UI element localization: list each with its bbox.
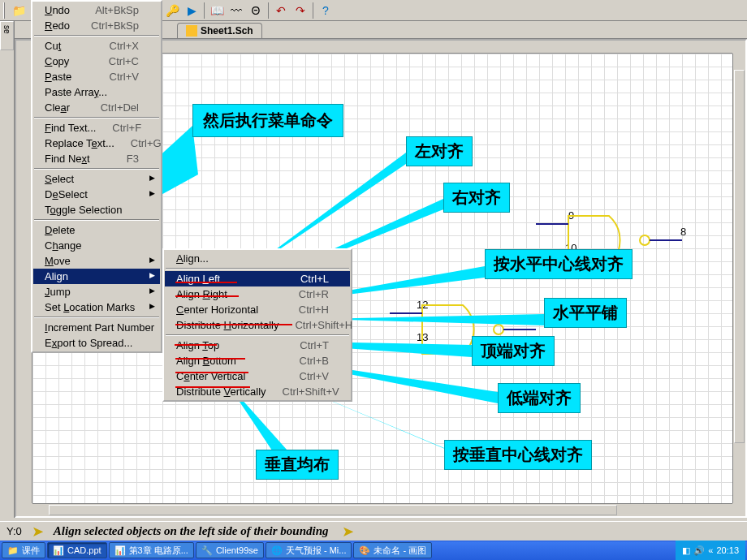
menu-delete[interactable]: Delete (33, 222, 160, 238)
tab-label: Sheet1.Sch (201, 25, 253, 37)
tb-key-icon[interactable]: 🔑 (163, 2, 181, 19)
menu-toggle[interactable]: Toggle Selection (33, 202, 160, 218)
callout-center-h: 按水平中心线对齐 (485, 249, 633, 279)
menu-setloc[interactable]: Set Location Marks (33, 299, 160, 315)
menu-change[interactable]: Change (33, 238, 160, 253)
callout-right: 右对齐 (443, 183, 510, 213)
menu-increment[interactable]: Increment Part Number (33, 320, 160, 335)
menu-find-next[interactable]: Find NextF3 (33, 151, 160, 166)
submenu-center-v[interactable]: Center VerticalCtrl+V (165, 368, 350, 384)
task-btn-4[interactable]: 🌐 天气预报 - Mi... (266, 542, 352, 558)
menu-clear[interactable]: ClearCtrl+Del (33, 100, 160, 115)
callout-dist-h: 水平平铺 (544, 298, 627, 328)
task-btn-3[interactable]: 🔧 Client99se (196, 542, 264, 558)
callout-center-v: 按垂直中心线对齐 (444, 440, 592, 470)
edit-menu: UndoAlt+BkSp RedoCtrl+BkSp CutCtrl+X Cop… (31, 0, 162, 353)
menu-paste[interactable]: PasteCtrl+V (33, 69, 160, 84)
callout-left: 左对齐 (406, 136, 473, 166)
menu-replace[interactable]: Replace Text...Ctrl+G (33, 136, 160, 151)
tab-sheet1[interactable]: Sheet1.Sch (177, 23, 262, 38)
left-panel-tab[interactable]: se (0, 21, 14, 50)
tb-folder-icon[interactable]: 📁 (10, 2, 28, 19)
tb-undo-icon[interactable]: ↶ (272, 2, 290, 19)
submenu-center-h[interactable]: Center HorizontalCtrl+H (165, 302, 350, 317)
menu-redo[interactable]: RedoCtrl+BkSp (33, 18, 160, 33)
callout-dist-v: 垂直均布 (256, 450, 339, 480)
svg-point-4 (494, 325, 503, 334)
menu-move[interactable]: Move (33, 253, 160, 269)
tb-help-icon[interactable]: ? (317, 2, 335, 19)
tb-play-icon[interactable]: ▶ (183, 2, 201, 19)
tray-icon[interactable]: « (708, 545, 713, 555)
submenu-align-bottom[interactable]: Align BottomCtrl+B (165, 353, 350, 368)
tray-clock[interactable]: 20:13 (716, 545, 739, 555)
task-btn-5[interactable]: 🎨 未命名 - 画图 (353, 542, 432, 558)
menu-find[interactable]: Find Text...Ctrl+F (33, 120, 160, 136)
tb-book-icon[interactable]: 📖 (208, 2, 226, 19)
menu-copy[interactable]: CopyCtrl+C (33, 54, 160, 69)
callout-bottom: 低端对齐 (498, 383, 581, 413)
left-panel: se (0, 21, 15, 518)
tb-theta-icon[interactable]: Θ (247, 2, 265, 19)
svg-point-0 (640, 235, 650, 245)
menu-cut[interactable]: CutCtrl+X (33, 38, 160, 54)
tb-redo-icon[interactable]: ↷ (291, 2, 309, 19)
status-bar: Y:0 ➤ Align selected objects on the left… (0, 521, 747, 541)
task-btn-2[interactable]: 📊 第3章 电路原... (109, 542, 194, 558)
pin-label: 13 (417, 331, 428, 343)
status-arrow-icon: ➤ (342, 523, 354, 541)
submenu-align-left[interactable]: Align LeftCtrl+L (165, 271, 350, 286)
pin-label: 9 (568, 209, 574, 222)
menu-deselect[interactable]: DeSelect (33, 187, 160, 202)
menu-export[interactable]: Export to Spread... (33, 335, 160, 351)
menu-undo[interactable]: UndoAlt+BkSp (33, 2, 160, 18)
task-btn-1[interactable]: 📊 CAD.ppt (47, 542, 107, 558)
status-arrow-icon: ➤ (32, 523, 44, 541)
scroll-thumb-v[interactable] (734, 70, 745, 443)
pin-label: 11 (526, 315, 538, 327)
sheet-icon (186, 25, 197, 37)
menu-paste-array[interactable]: Paste Array... (33, 84, 160, 100)
scrollbar-horizontal[interactable] (32, 503, 732, 516)
tray-icon[interactable]: ◧ (682, 545, 690, 556)
tray-icon[interactable]: 🔊 (693, 545, 705, 556)
ruler-vertical (16, 54, 32, 503)
status-hint: Align selected objects on the left side … (54, 524, 329, 538)
scrollbar-vertical[interactable] (732, 54, 745, 503)
scroll-thumb-h[interactable] (49, 505, 617, 515)
menu-align[interactable]: Align (33, 269, 160, 284)
tb-wave-icon[interactable]: 〰 (227, 2, 245, 19)
submenu-align[interactable]: Align... (165, 251, 350, 266)
submenu-align-right[interactable]: Align RightCtrl+R (165, 286, 350, 302)
task-btn-0[interactable]: 📁 课件 (2, 542, 45, 558)
pin-label: 12 (417, 299, 428, 311)
callout-cmd: 然后执行菜单命令 (192, 104, 343, 137)
pin-label: 8 (680, 226, 686, 238)
menu-select[interactable]: Select (33, 171, 160, 187)
taskbar: 📁 课件 📊 CAD.ppt 📊 第3章 电路原... 🔧 Client99se… (0, 541, 747, 560)
toolbar-grip[interactable] (3, 2, 6, 19)
callout-top: 顶端对齐 (472, 336, 555, 366)
menu-jump[interactable]: Jump (33, 284, 160, 299)
status-coord: Y:0 (6, 525, 22, 537)
system-tray[interactable]: ◧ 🔊 « 20:13 (676, 541, 745, 560)
